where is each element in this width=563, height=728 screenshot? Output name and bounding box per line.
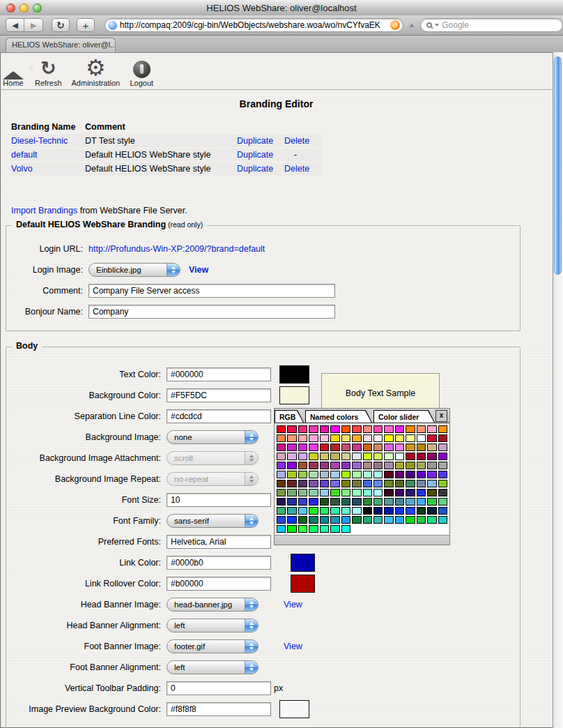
palette-swatch[interactable] [417, 443, 426, 451]
palette-swatch[interactable] [384, 489, 393, 496]
palette-swatch[interactable] [298, 443, 307, 451]
vertical-toolbar-padding-input[interactable] [167, 681, 271, 695]
palette-swatch[interactable] [427, 516, 436, 524]
palette-swatch[interactable] [277, 516, 286, 524]
text-color-input[interactable] [167, 367, 271, 381]
separation-line-color-input[interactable] [167, 409, 271, 423]
palette-swatch[interactable] [287, 480, 296, 487]
palette-swatch[interactable] [395, 489, 404, 496]
tab-color-slider[interactable]: Color slider [373, 410, 435, 423]
palette-swatch[interactable] [341, 507, 350, 515]
palette-swatch[interactable] [373, 489, 383, 496]
palette-swatch[interactable] [298, 425, 307, 433]
palette-swatch[interactable] [330, 480, 339, 487]
palette-swatch[interactable] [309, 516, 318, 524]
palette-swatch[interactable] [352, 516, 361, 524]
palette-swatch[interactable] [384, 425, 393, 433]
administration-button[interactable]: ⚙ Administration [72, 57, 121, 87]
palette-swatch[interactable] [352, 489, 361, 496]
palette-swatch[interactable] [384, 480, 393, 487]
palette-swatch[interactable] [427, 489, 436, 496]
palette-swatch[interactable] [352, 425, 361, 433]
palette-swatch[interactable] [373, 471, 383, 478]
palette-swatch[interactable] [373, 443, 383, 451]
palette-swatch[interactable] [341, 425, 350, 433]
palette-swatch[interactable] [277, 443, 286, 451]
palette-swatch[interactable] [427, 425, 436, 433]
palette-swatch[interactable] [438, 498, 447, 506]
login-url-link[interactable]: http://Profundus-Win-XP:2009/?brand=defa… [88, 244, 265, 254]
palette-swatch[interactable] [373, 507, 383, 515]
palette-swatch[interactable] [373, 434, 383, 442]
palette-swatch[interactable] [406, 507, 415, 515]
palette-swatch[interactable] [395, 462, 404, 469]
palette-swatch[interactable] [417, 507, 426, 515]
login-image-select[interactable]: Einblicke.jpg [88, 263, 180, 277]
palette-swatch[interactable] [277, 489, 286, 496]
palette-swatch[interactable] [298, 434, 307, 442]
head-banner-image-select[interactable]: head-banner.jpg [167, 598, 259, 612]
palette-swatch[interactable] [406, 462, 415, 469]
palette-swatch[interactable] [417, 498, 426, 506]
palette-swatch[interactable] [341, 462, 350, 469]
palette-swatch[interactable] [406, 443, 415, 451]
palette-swatch[interactable] [330, 516, 339, 524]
palette-swatch[interactable] [406, 480, 415, 487]
palette-swatch[interactable] [363, 425, 372, 433]
palette-swatch[interactable] [417, 489, 426, 496]
palette-swatch[interactable] [330, 498, 339, 506]
palette-swatch[interactable] [287, 525, 296, 533]
palette-swatch[interactable] [298, 525, 307, 533]
palette-swatch[interactable] [352, 434, 361, 442]
palette-swatch[interactable] [330, 489, 339, 496]
palette-swatch[interactable] [341, 516, 350, 524]
palette-swatch[interactable] [320, 453, 329, 460]
palette-swatch[interactable] [277, 507, 286, 515]
palette-swatch[interactable] [298, 516, 307, 524]
palette-swatch[interactable] [352, 471, 361, 478]
palette-swatch[interactable] [427, 434, 436, 442]
palette-swatch[interactable] [384, 507, 393, 515]
palette-swatch[interactable] [298, 480, 307, 487]
palette-swatch[interactable] [395, 480, 404, 487]
bonjour-name-input[interactable] [88, 305, 335, 319]
new-tab-button[interactable]: + [77, 18, 95, 32]
image-preview-background-color-swatch[interactable] [279, 700, 309, 718]
palette-swatch[interactable] [287, 453, 296, 460]
palette-swatch[interactable] [352, 453, 361, 460]
palette-swatch[interactable] [406, 489, 415, 496]
palette-swatch[interactable] [352, 443, 361, 451]
palette-swatch[interactable] [341, 498, 350, 506]
palette-swatch[interactable] [277, 453, 286, 460]
palette-swatch[interactable] [287, 498, 296, 506]
palette-swatch[interactable] [352, 507, 361, 515]
palette-swatch[interactable] [277, 471, 286, 478]
link-rollover-color-swatch[interactable] [291, 575, 315, 593]
palette-swatch[interactable] [309, 434, 318, 442]
palette-swatch[interactable] [309, 507, 318, 515]
palette-swatch[interactable] [320, 507, 329, 515]
palette-swatch[interactable] [287, 443, 296, 451]
palette-swatch[interactable] [330, 453, 339, 460]
palette-swatch[interactable] [438, 462, 447, 469]
palette-swatch[interactable] [309, 425, 318, 433]
palette-swatch[interactable] [373, 425, 383, 433]
palette-swatch[interactable] [320, 480, 329, 487]
palette-swatch[interactable] [341, 480, 350, 487]
vertical-scrollbar[interactable] [553, 52, 563, 728]
palette-swatch[interactable] [298, 507, 307, 515]
palette-swatch[interactable] [417, 462, 426, 469]
palette-swatch[interactable] [438, 507, 447, 515]
search-placeholder[interactable]: Google [442, 20, 469, 30]
palette-swatch[interactable] [287, 434, 296, 442]
url-text[interactable]: http://compaq:2009/cgi-bin/WebObjects/we… [120, 20, 387, 30]
palette-swatch[interactable] [406, 425, 415, 433]
palette-swatch[interactable] [395, 516, 404, 524]
palette-swatch[interactable] [341, 434, 350, 442]
palette-swatch[interactable] [352, 462, 361, 469]
palette-swatch[interactable] [438, 434, 447, 442]
font-size-input[interactable] [167, 493, 271, 507]
foot-banner-view-link[interactable]: View [284, 642, 302, 651]
palette-swatch[interactable] [417, 425, 426, 433]
palette-swatch[interactable] [363, 498, 372, 506]
